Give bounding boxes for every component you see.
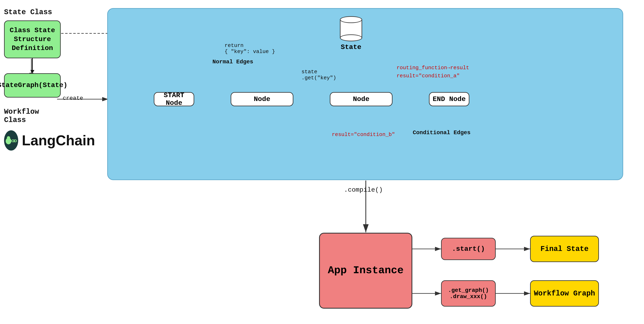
node-2: Node (330, 92, 392, 106)
node-1: Node (231, 92, 293, 106)
down-arrow-1 (32, 58, 33, 70)
return-label: return { "key": value } (224, 42, 275, 55)
langchain-text: LangChain (22, 132, 95, 148)
start-method-box: .start() (441, 238, 496, 260)
condition-b-label: result="condition_b" (332, 132, 395, 138)
compile-label: .compile() (344, 186, 383, 194)
workflow-graph-box: Workflow Graph (530, 280, 599, 306)
final-state-label: Final State (540, 245, 588, 253)
get-graph-method-label: .get_graph() .draw_xxx() (448, 287, 489, 300)
end-node: END Node (429, 92, 470, 106)
state-graph-text: StateGraph(State) (0, 81, 67, 90)
app-instance-box: App Instance (319, 233, 412, 308)
start-node: START Node (154, 92, 194, 106)
app-instance-label: App Instance (328, 264, 404, 277)
condition-a-label: result="condition_a" (396, 73, 460, 79)
svg-point-17 (7, 136, 10, 140)
get-graph-method-box: .get_graph() .draw_xxx() (441, 280, 496, 306)
normal-edges-label: Normal Edges (212, 59, 253, 65)
workflow-class-label: Workflow Class (4, 108, 61, 124)
svg-rect-19 (14, 140, 16, 142)
routing-function-label: routing_function→result (396, 65, 469, 71)
state-label: State (340, 43, 362, 51)
langchain-icon (4, 130, 18, 150)
left-panel: State Class Class State Structure Defini… (4, 8, 61, 150)
create-label: create (63, 95, 83, 102)
class-state-text: Class State Structure Definition (10, 26, 55, 53)
start-method-label: .start() (452, 245, 485, 253)
database-icon: State (340, 16, 362, 51)
workflow-graph-label: Workflow Graph (534, 290, 595, 298)
final-state-box: Final State (530, 236, 599, 262)
state-graph-box: StateGraph(State) (4, 73, 61, 98)
class-state-box: Class State Structure Definition (4, 20, 61, 58)
langchain-logo: LangChain (4, 130, 61, 150)
state-get-label: state .get("key") (302, 69, 336, 81)
conditional-edges-label: Conditional Edges (413, 130, 470, 136)
state-class-label: State Class (4, 8, 61, 16)
